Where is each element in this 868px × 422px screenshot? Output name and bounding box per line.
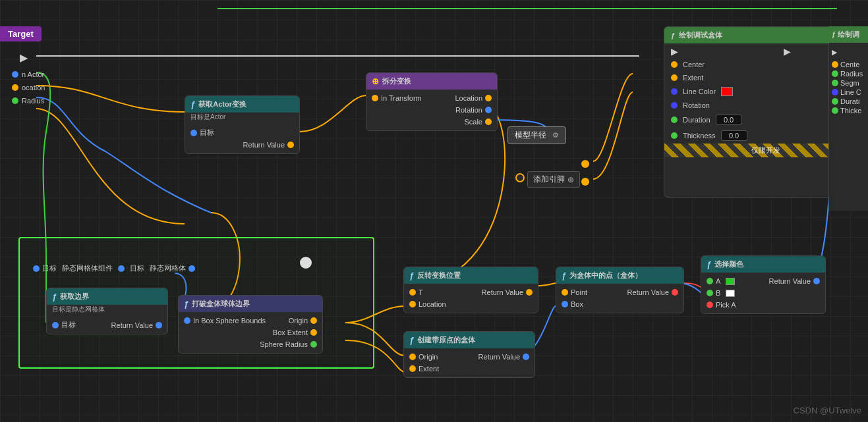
return-pin bbox=[287, 142, 294, 148]
exec-arrow-left: ▶ bbox=[20, 51, 28, 64]
split-icon: ⊕ bbox=[372, 76, 379, 86]
node-row-rotation: Rotation bbox=[366, 104, 497, 116]
get-bounds-node: ƒ 获取边界 目标是静态网格体 目标 Return Value bbox=[46, 288, 168, 334]
row-origin: Origin Return Value bbox=[404, 351, 535, 363]
add-pin-button[interactable]: 添加引脚 ⊕ bbox=[527, 171, 580, 188]
row-location: Location bbox=[404, 298, 538, 310]
target-label: Target bbox=[8, 29, 34, 39]
radius-input-pin: Radius bbox=[12, 97, 44, 105]
rotation-out-pin bbox=[485, 107, 492, 113]
row-sphere-radius: Sphere Radius bbox=[179, 338, 322, 350]
get-actor-transform-header: ƒ 获取Actor变换 bbox=[185, 96, 299, 113]
point-in-box-node: ƒ 为盒体中的点（盒体） Point Return Value Box bbox=[556, 267, 684, 313]
row-t: T Return Value bbox=[404, 286, 538, 298]
node-row-target: 目标 Return Value bbox=[47, 319, 167, 331]
get-actor-transform-node: ƒ 获取Actor变换 目标是Actor 目标 Return Value bbox=[185, 95, 300, 154]
intransform-pin bbox=[372, 95, 378, 101]
node-subtitle: 目标是静态网格体 bbox=[47, 305, 167, 316]
location-input-pin: ocation bbox=[12, 84, 45, 92]
node-subtitle: 目标是Actor bbox=[185, 113, 299, 124]
debug-panel-2-header-partial: ƒ 绘制调 ▶ Cente Radius Segm Line C Durati … bbox=[828, 26, 868, 117]
point-in-box-header: ƒ 为盒体中的点（盒体） bbox=[556, 267, 683, 284]
scale-out-pin bbox=[485, 119, 492, 125]
break-box-sphere-node: ƒ 打破盒体球体边界 In Box Sphere Bounds Origin B… bbox=[178, 295, 323, 354]
select-color-node: ƒ 选择颜色 A Return Value B Pick A bbox=[701, 255, 826, 314]
node-title: 获取Actor变换 bbox=[198, 99, 246, 109]
get-bounds-header: ƒ 获取边界 bbox=[47, 288, 167, 305]
node-title: 选择颜色 bbox=[714, 259, 743, 269]
white-ball bbox=[300, 257, 312, 269]
node-title: 为盒体中的点（盒体） bbox=[569, 271, 642, 280]
actor-input-pin: n Actor bbox=[12, 70, 44, 78]
line-color-swatch[interactable] bbox=[721, 87, 733, 96]
invert-transform-node: ƒ 反转变换位置 T Return Value Location bbox=[403, 267, 538, 313]
row-b: B bbox=[701, 287, 825, 299]
target-pin bbox=[190, 130, 197, 136]
select-color-header: ƒ 选择颜色 bbox=[701, 256, 825, 273]
static-mesh-row-1: 目标 静态网格体组件 目标 静态网格体 bbox=[33, 263, 195, 273]
break-transform-node: ⊕ 拆分变换 In Transform Location Rotation Sc… bbox=[366, 72, 498, 131]
node-title: 创建带原点的盒体 bbox=[417, 335, 475, 345]
location-out-pin bbox=[485, 95, 492, 101]
node-connect-circle bbox=[515, 173, 525, 182]
node-title: 反转变换位置 bbox=[417, 271, 461, 280]
target-node: Target bbox=[0, 26, 42, 41]
func-icon: ƒ bbox=[190, 99, 195, 109]
row-box-extent: Box Extent bbox=[179, 327, 322, 338]
node-title: 获取边界 bbox=[60, 292, 89, 302]
node-row-scale: Scale bbox=[366, 116, 497, 128]
create-box-node: ƒ 创建带原点的盒体 Origin Return Value Extent bbox=[403, 331, 535, 378]
invert-transform-header: ƒ 反转变换位置 bbox=[404, 267, 538, 284]
row-in-box-sphere: In Box Sphere Bounds Origin bbox=[179, 315, 322, 327]
break-box-sphere-header: ƒ 打破盒体球体边界 bbox=[179, 296, 322, 312]
row-pick-a: Pick A bbox=[701, 299, 825, 311]
row-box: Box bbox=[556, 298, 683, 310]
tooltip: 模型半径 ⚙ bbox=[507, 126, 566, 144]
node-row-target: 目标 bbox=[185, 126, 299, 139]
pin-circle-1 bbox=[581, 160, 589, 168]
break-transform-header: ⊕ 拆分变换 bbox=[366, 73, 497, 90]
node-title: 拆分变换 bbox=[382, 76, 411, 86]
row-point: Point Return Value bbox=[556, 286, 683, 298]
node-title: 打破盒体球体边界 bbox=[192, 299, 250, 309]
pin-circle-2 bbox=[581, 178, 589, 186]
watermark: CSDN @UTwelve bbox=[794, 406, 862, 415]
row-a: A Return Value bbox=[701, 275, 825, 287]
create-box-header: ƒ 创建带原点的盒体 bbox=[404, 332, 535, 348]
node-row-intransform: In Transform Location bbox=[366, 92, 497, 104]
node-row-return: Return Value bbox=[185, 139, 299, 151]
row-extent: Extent bbox=[404, 363, 535, 375]
